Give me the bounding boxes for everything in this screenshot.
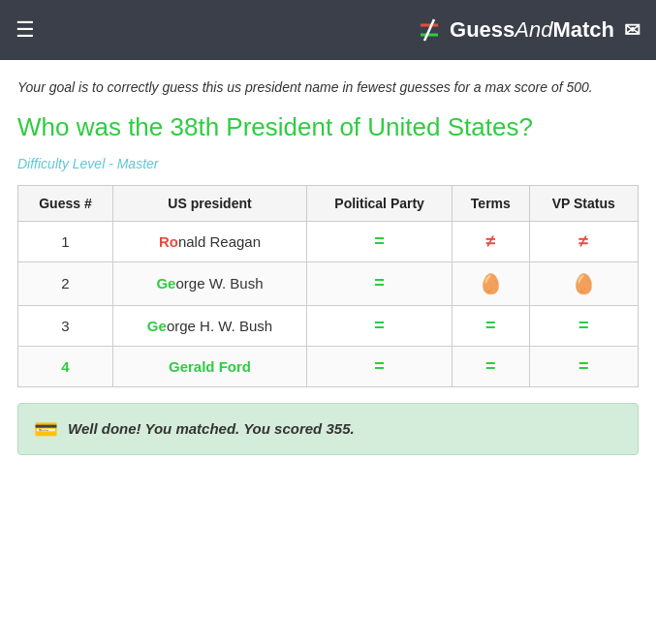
instructions-text: Your goal is to correctly guess this us … (17, 77, 639, 98)
logo-text: GuessAndMatch (450, 17, 614, 43)
hamburger-icon[interactable]: ☰ (16, 17, 35, 43)
guess-number: 1 (61, 233, 69, 250)
political-party-status: = (374, 356, 385, 376)
terms-status: 🥚 (479, 273, 503, 294)
guess-number: 4 (61, 358, 69, 375)
guesses-table: Guess # US president Political Party Ter… (17, 185, 639, 387)
guess-number: 3 (61, 318, 69, 334)
president-prefix: Ge (147, 318, 167, 334)
not-equal-icon (415, 15, 444, 45)
president-rest: orge H. W. Bush (167, 318, 272, 334)
political-party-status: = (374, 231, 385, 251)
president-name-cell: Ronald Reagan (112, 221, 306, 261)
terms-status: = (485, 316, 496, 335)
main-content: Your goal is to correctly guess this us … (0, 60, 656, 455)
table-row: 1 Ronald Reagan = ≠ ≠ (18, 221, 639, 261)
table-row: 2 George W. Bush = 🥚 🥚 (18, 261, 639, 305)
president-name-cell: Gerald Ford (112, 346, 306, 386)
political-party-status: = (374, 316, 385, 335)
president-prefix: Ro (159, 233, 178, 250)
mail-icon[interactable]: ✉ (624, 18, 640, 42)
svg-line-2 (424, 19, 434, 41)
president-name-cell: George H. W. Bush (112, 305, 306, 346)
terms-status: = (485, 356, 496, 376)
col-header-guess-num: Guess # (18, 185, 113, 221)
table-row: 3 George H. W. Bush = = = (18, 305, 639, 346)
president-name-cell: George W. Bush (112, 261, 306, 305)
col-header-political-party: Political Party (307, 185, 453, 221)
success-banner: 💳 Well done! You matched. You scored 355… (17, 403, 639, 455)
logo: GuessAndMatch ✉ (415, 15, 640, 45)
vp-status: = (578, 356, 589, 376)
terms-status: ≠ (485, 231, 495, 251)
header: ☰ GuessAndMatch ✉ (0, 0, 656, 60)
president-rest: nald Reagan (178, 233, 261, 250)
question-text: Who was the 38th President of United Sta… (17, 111, 639, 144)
table-row: 4 Gerald Ford = = = (18, 346, 639, 386)
col-header-vp-status: VP Status (529, 185, 638, 221)
col-header-terms: Terms (453, 185, 529, 221)
vp-status: 🥚 (572, 273, 596, 294)
president-full-name: Gerald Ford (169, 358, 251, 375)
success-icon: 💳 (34, 417, 58, 441)
president-prefix: Ge (156, 275, 175, 291)
vp-status: = (578, 316, 589, 335)
vp-status: ≠ (578, 231, 588, 251)
political-party-status: = (374, 273, 385, 292)
guess-number: 2 (61, 275, 69, 291)
president-rest: orge W. Bush (175, 275, 263, 291)
success-text: Well done! You matched. You scored 355. (68, 420, 355, 437)
difficulty-text: Difficulty Level - Master (17, 156, 639, 171)
col-header-president: US president (112, 185, 306, 221)
